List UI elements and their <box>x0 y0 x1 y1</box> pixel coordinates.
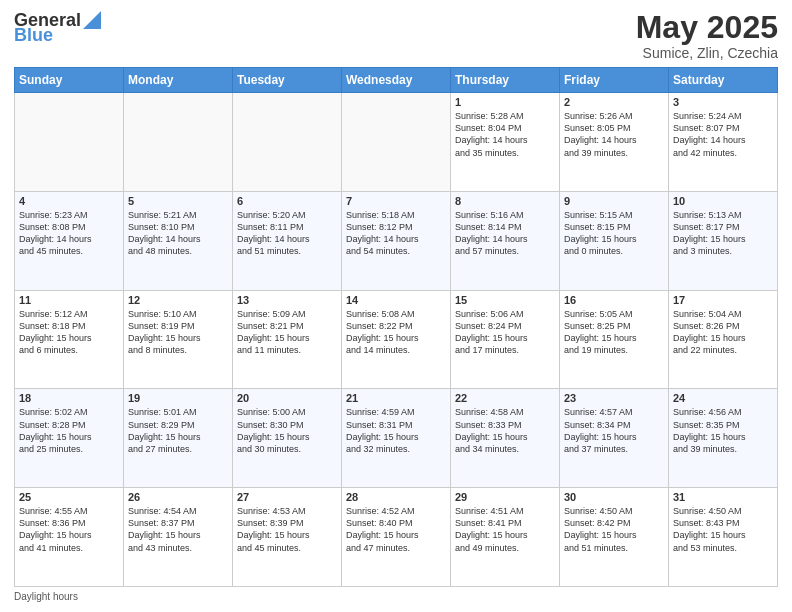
day-number: 10 <box>673 195 773 207</box>
calendar-cell: 11Sunrise: 5:12 AM Sunset: 8:18 PM Dayli… <box>15 290 124 389</box>
calendar-cell: 31Sunrise: 4:50 AM Sunset: 8:43 PM Dayli… <box>669 488 778 587</box>
day-number: 21 <box>346 392 446 404</box>
cell-content: Sunrise: 5:09 AM Sunset: 8:21 PM Dayligh… <box>237 308 337 357</box>
day-number: 26 <box>128 491 228 503</box>
day-number: 12 <box>128 294 228 306</box>
title-block: May 2025 Sumice, Zlin, Czechia <box>636 10 778 61</box>
calendar-cell <box>342 93 451 192</box>
cell-content: Sunrise: 4:50 AM Sunset: 8:43 PM Dayligh… <box>673 505 773 554</box>
cell-content: Sunrise: 5:01 AM Sunset: 8:29 PM Dayligh… <box>128 406 228 455</box>
day-number: 22 <box>455 392 555 404</box>
cell-content: Sunrise: 5:02 AM Sunset: 8:28 PM Dayligh… <box>19 406 119 455</box>
calendar-table: Sunday Monday Tuesday Wednesday Thursday… <box>14 67 778 587</box>
day-number: 23 <box>564 392 664 404</box>
day-number: 18 <box>19 392 119 404</box>
day-number: 8 <box>455 195 555 207</box>
cell-content: Sunrise: 4:57 AM Sunset: 8:34 PM Dayligh… <box>564 406 664 455</box>
cell-content: Sunrise: 4:59 AM Sunset: 8:31 PM Dayligh… <box>346 406 446 455</box>
day-number: 13 <box>237 294 337 306</box>
calendar-cell: 16Sunrise: 5:05 AM Sunset: 8:25 PM Dayli… <box>560 290 669 389</box>
col-saturday: Saturday <box>669 68 778 93</box>
cell-content: Sunrise: 5:20 AM Sunset: 8:11 PM Dayligh… <box>237 209 337 258</box>
cell-content: Sunrise: 5:08 AM Sunset: 8:22 PM Dayligh… <box>346 308 446 357</box>
cell-content: Sunrise: 5:06 AM Sunset: 8:24 PM Dayligh… <box>455 308 555 357</box>
cell-content: Sunrise: 4:55 AM Sunset: 8:36 PM Dayligh… <box>19 505 119 554</box>
calendar-cell: 27Sunrise: 4:53 AM Sunset: 8:39 PM Dayli… <box>233 488 342 587</box>
logo-blue-text: Blue <box>14 25 53 46</box>
calendar-cell: 9Sunrise: 5:15 AM Sunset: 8:15 PM Daylig… <box>560 191 669 290</box>
col-friday: Friday <box>560 68 669 93</box>
calendar-cell: 23Sunrise: 4:57 AM Sunset: 8:34 PM Dayli… <box>560 389 669 488</box>
logo: General Blue <box>14 10 101 46</box>
footer-note: Daylight hours <box>14 591 778 602</box>
day-number: 6 <box>237 195 337 207</box>
calendar-cell: 17Sunrise: 5:04 AM Sunset: 8:26 PM Dayli… <box>669 290 778 389</box>
cell-content: Sunrise: 4:52 AM Sunset: 8:40 PM Dayligh… <box>346 505 446 554</box>
day-number: 7 <box>346 195 446 207</box>
calendar-cell: 29Sunrise: 4:51 AM Sunset: 8:41 PM Dayli… <box>451 488 560 587</box>
day-number: 14 <box>346 294 446 306</box>
cell-content: Sunrise: 5:18 AM Sunset: 8:12 PM Dayligh… <box>346 209 446 258</box>
cell-content: Sunrise: 5:26 AM Sunset: 8:05 PM Dayligh… <box>564 110 664 159</box>
calendar-cell <box>124 93 233 192</box>
cell-content: Sunrise: 5:12 AM Sunset: 8:18 PM Dayligh… <box>19 308 119 357</box>
cell-content: Sunrise: 4:53 AM Sunset: 8:39 PM Dayligh… <box>237 505 337 554</box>
day-number: 31 <box>673 491 773 503</box>
week-row-4: 18Sunrise: 5:02 AM Sunset: 8:28 PM Dayli… <box>15 389 778 488</box>
calendar-cell: 25Sunrise: 4:55 AM Sunset: 8:36 PM Dayli… <box>15 488 124 587</box>
day-number: 20 <box>237 392 337 404</box>
week-row-5: 25Sunrise: 4:55 AM Sunset: 8:36 PM Dayli… <box>15 488 778 587</box>
day-number: 1 <box>455 96 555 108</box>
week-row-1: 1Sunrise: 5:28 AM Sunset: 8:04 PM Daylig… <box>15 93 778 192</box>
calendar-cell: 24Sunrise: 4:56 AM Sunset: 8:35 PM Dayli… <box>669 389 778 488</box>
calendar-cell: 7Sunrise: 5:18 AM Sunset: 8:12 PM Daylig… <box>342 191 451 290</box>
cell-content: Sunrise: 5:24 AM Sunset: 8:07 PM Dayligh… <box>673 110 773 159</box>
calendar-cell: 3Sunrise: 5:24 AM Sunset: 8:07 PM Daylig… <box>669 93 778 192</box>
title-location: Sumice, Zlin, Czechia <box>636 45 778 61</box>
day-number: 28 <box>346 491 446 503</box>
calendar-cell: 1Sunrise: 5:28 AM Sunset: 8:04 PM Daylig… <box>451 93 560 192</box>
calendar-cell <box>233 93 342 192</box>
cell-content: Sunrise: 5:10 AM Sunset: 8:19 PM Dayligh… <box>128 308 228 357</box>
cell-content: Sunrise: 5:13 AM Sunset: 8:17 PM Dayligh… <box>673 209 773 258</box>
col-monday: Monday <box>124 68 233 93</box>
title-month: May 2025 <box>636 10 778 45</box>
calendar-cell: 14Sunrise: 5:08 AM Sunset: 8:22 PM Dayli… <box>342 290 451 389</box>
calendar-cell: 4Sunrise: 5:23 AM Sunset: 8:08 PM Daylig… <box>15 191 124 290</box>
cell-content: Sunrise: 4:50 AM Sunset: 8:42 PM Dayligh… <box>564 505 664 554</box>
cell-content: Sunrise: 5:15 AM Sunset: 8:15 PM Dayligh… <box>564 209 664 258</box>
day-number: 15 <box>455 294 555 306</box>
col-sunday: Sunday <box>15 68 124 93</box>
calendar-cell: 26Sunrise: 4:54 AM Sunset: 8:37 PM Dayli… <box>124 488 233 587</box>
calendar-cell: 6Sunrise: 5:20 AM Sunset: 8:11 PM Daylig… <box>233 191 342 290</box>
day-number: 4 <box>19 195 119 207</box>
page: General Blue May 2025 Sumice, Zlin, Czec… <box>0 0 792 612</box>
calendar-cell: 28Sunrise: 4:52 AM Sunset: 8:40 PM Dayli… <box>342 488 451 587</box>
day-number: 11 <box>19 294 119 306</box>
calendar-cell: 12Sunrise: 5:10 AM Sunset: 8:19 PM Dayli… <box>124 290 233 389</box>
week-row-3: 11Sunrise: 5:12 AM Sunset: 8:18 PM Dayli… <box>15 290 778 389</box>
day-number: 17 <box>673 294 773 306</box>
col-wednesday: Wednesday <box>342 68 451 93</box>
calendar-cell: 30Sunrise: 4:50 AM Sunset: 8:42 PM Dayli… <box>560 488 669 587</box>
day-number: 16 <box>564 294 664 306</box>
week-row-2: 4Sunrise: 5:23 AM Sunset: 8:08 PM Daylig… <box>15 191 778 290</box>
calendar-cell: 19Sunrise: 5:01 AM Sunset: 8:29 PM Dayli… <box>124 389 233 488</box>
cell-content: Sunrise: 5:05 AM Sunset: 8:25 PM Dayligh… <box>564 308 664 357</box>
day-number: 19 <box>128 392 228 404</box>
logo-triangle-icon <box>83 11 101 29</box>
day-number: 24 <box>673 392 773 404</box>
day-number: 9 <box>564 195 664 207</box>
day-number: 29 <box>455 491 555 503</box>
day-number: 25 <box>19 491 119 503</box>
col-tuesday: Tuesday <box>233 68 342 93</box>
day-number: 27 <box>237 491 337 503</box>
cell-content: Sunrise: 4:51 AM Sunset: 8:41 PM Dayligh… <box>455 505 555 554</box>
calendar-cell <box>15 93 124 192</box>
calendar-cell: 18Sunrise: 5:02 AM Sunset: 8:28 PM Dayli… <box>15 389 124 488</box>
calendar-cell: 8Sunrise: 5:16 AM Sunset: 8:14 PM Daylig… <box>451 191 560 290</box>
calendar-cell: 10Sunrise: 5:13 AM Sunset: 8:17 PM Dayli… <box>669 191 778 290</box>
day-number: 3 <box>673 96 773 108</box>
day-number: 2 <box>564 96 664 108</box>
header: General Blue May 2025 Sumice, Zlin, Czec… <box>14 10 778 61</box>
